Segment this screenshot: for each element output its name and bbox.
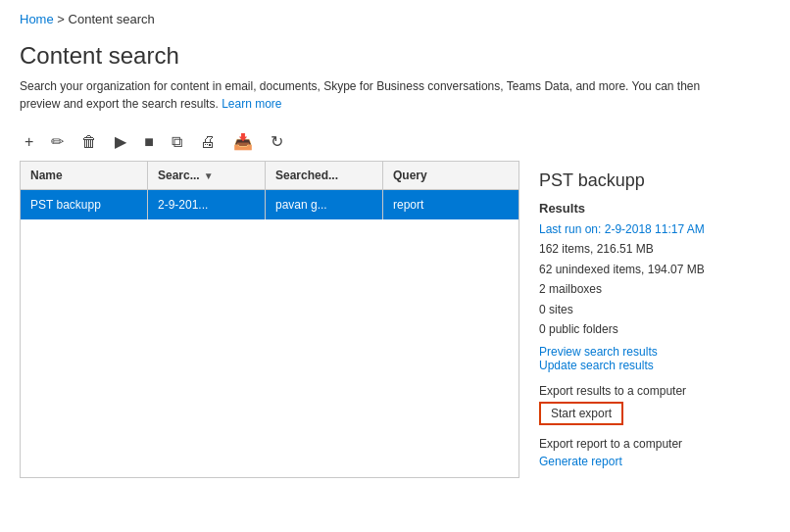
cell-search: 2-9-201... <box>148 190 266 219</box>
add-button[interactable]: + <box>20 129 38 155</box>
preview-search-results-link[interactable]: Preview search results <box>539 345 755 359</box>
items-size: 162 items, 216.51 MB <box>539 239 755 259</box>
start-export-button[interactable]: Start export <box>539 402 623 425</box>
learn-more-link[interactable]: Learn more <box>222 97 281 111</box>
copy-button[interactable]: ⧉ <box>167 129 187 155</box>
table-header: Name Searc... ▼ Searched... Query <box>21 162 518 190</box>
page-header: Content search Search your organization … <box>0 32 790 119</box>
cell-searched: pavan g... <box>266 190 383 219</box>
delete-button[interactable]: 🗑 <box>76 129 102 155</box>
toolbar: + ✏ 🗑 ▶ ■ ⧉ 🖨 📥 ↻ <box>0 119 790 161</box>
detail-panel: PST backupp Results Last run on: 2-9-201… <box>519 161 774 478</box>
table-row[interactable]: PST backupp 2-9-201... pavan g... report <box>21 190 518 219</box>
breadcrumb-separator: > <box>57 12 65 26</box>
page-description: Search your organization for content in … <box>20 77 725 113</box>
list-panel: Name Searc... ▼ Searched... Query PST ba… <box>20 161 519 478</box>
print-button[interactable]: 🖨 <box>195 129 221 155</box>
last-run: Last run on: 2-9-2018 11:17 AM <box>539 219 755 239</box>
export-label: Export results to a computer <box>539 384 755 398</box>
col-header-search[interactable]: Searc... ▼ <box>148 162 266 189</box>
sites: 0 sites <box>539 300 755 319</box>
detail-title: PST backupp <box>539 170 755 191</box>
sort-arrow-icon: ▼ <box>204 170 214 181</box>
export-report-label: Export report to a computer <box>539 437 755 451</box>
stop-button[interactable]: ■ <box>139 129 159 155</box>
main-content: Name Searc... ▼ Searched... Query PST ba… <box>0 161 790 478</box>
edit-button[interactable]: ✏ <box>46 128 69 155</box>
refresh-button[interactable]: ↻ <box>266 128 288 155</box>
description-text: Search your organization for content in … <box>20 79 700 111</box>
col-header-searched: Searched... <box>266 162 383 189</box>
run-button[interactable]: ▶ <box>110 128 131 155</box>
cell-query: report <box>383 190 518 219</box>
public-folders: 0 public folders <box>539 319 755 339</box>
breadcrumb: Home > Content search <box>0 0 790 32</box>
col-header-name: Name <box>21 162 148 189</box>
detail-meta: Last run on: 2-9-2018 11:17 AM 162 items… <box>539 219 755 339</box>
col-header-query: Query <box>383 162 518 189</box>
update-search-results-link[interactable]: Update search results <box>539 359 755 372</box>
mailboxes: 2 mailboxes <box>539 279 755 299</box>
generate-report-link[interactable]: Generate report <box>539 455 755 468</box>
page-title: Content search <box>20 42 770 70</box>
results-label: Results <box>539 201 755 216</box>
breadcrumb-current: Content search <box>69 12 155 26</box>
unindexed: 62 unindexed items, 194.07 MB <box>539 260 755 279</box>
import-button[interactable]: 📥 <box>228 128 258 155</box>
cell-name: PST backupp <box>21 190 148 219</box>
breadcrumb-home[interactable]: Home <box>20 12 54 26</box>
